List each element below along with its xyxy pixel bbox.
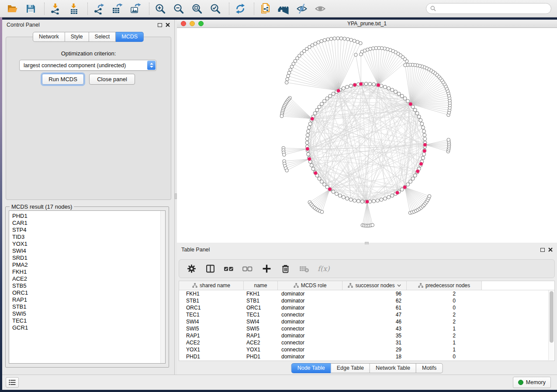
cell-shared-name[interactable]: ACE2	[179, 340, 244, 346]
list-item[interactable]: SWI5	[9, 310, 165, 317]
list-item[interactable]: STB1	[9, 303, 165, 310]
export-network-icon[interactable]	[92, 2, 105, 15]
cell-successor-nodes[interactable]: 35	[343, 333, 407, 339]
cell-mcds-role[interactable]: dominator	[278, 305, 343, 311]
cell-shared-name[interactable]: TEC1	[179, 312, 244, 318]
cell-shared-name[interactable]: STB1	[179, 298, 244, 304]
cell-shared-name[interactable]: PHD1	[179, 354, 244, 360]
search-network-icon[interactable]	[277, 2, 290, 15]
cell-name[interactable]: SWI4	[244, 319, 278, 325]
table-row[interactable]: ACE2 ACE2 connector 31 1	[179, 339, 554, 346]
window-minimize-icon[interactable]	[190, 21, 195, 26]
deselect-all-icon[interactable]	[242, 264, 253, 274]
cell-mcds-role[interactable]: dominator	[278, 319, 343, 325]
table-row[interactable]: PHD1 PHD1 dominator 18 0	[179, 353, 554, 360]
cell-successor-nodes[interactable]: 47	[343, 312, 407, 318]
mcds-result-list[interactable]: PHD1CAR1STP4TID3YOX1SWI4SRD1PMA2FKH1ACE2…	[9, 210, 166, 364]
cell-predecessor-nodes[interactable]: 2	[407, 319, 482, 325]
list-item[interactable]: PHD1	[9, 213, 165, 220]
list-scrollbar[interactable]	[160, 211, 165, 363]
cell-successor-nodes[interactable]: 29	[343, 347, 407, 353]
list-item[interactable]: SRD1	[9, 254, 165, 261]
list-item[interactable]: RAP1	[9, 296, 165, 303]
column-header-mcds-role[interactable]: MCDS role	[278, 281, 343, 290]
list-item[interactable]: ORC1	[9, 289, 165, 296]
column-header-predecessor-nodes[interactable]: predecessor nodes	[407, 281, 482, 290]
cell-predecessor-nodes[interactable]: 0	[407, 305, 482, 311]
cell-mcds-role[interactable]: dominator	[278, 354, 343, 360]
cell-name[interactable]: ACE2	[244, 340, 278, 346]
import-network-icon[interactable]	[49, 2, 62, 15]
table-row[interactable]: SWI5 SWI5 connector 43 1	[179, 325, 554, 332]
cell-predecessor-nodes[interactable]: 2	[407, 312, 482, 318]
refresh-layout-icon[interactable]	[234, 2, 247, 15]
list-item[interactable]: FKH1	[9, 268, 165, 275]
window-close-icon[interactable]	[181, 21, 186, 26]
float-panel-icon[interactable]	[540, 248, 545, 252]
cell-mcds-role[interactable]: dominator	[278, 298, 343, 304]
network-view-titlebar[interactable]: YPA_prune.txt_1	[177, 20, 557, 28]
cell-shared-name[interactable]: YOX1	[179, 347, 244, 353]
export-image-icon[interactable]	[129, 2, 142, 15]
cell-predecessor-nodes[interactable]: 1	[407, 347, 482, 353]
list-item[interactable]: PMA2	[9, 261, 165, 268]
table-row[interactable]: TEC1 TEC1 connector 47 2	[179, 311, 554, 318]
memory-button[interactable]: Memory	[513, 377, 551, 388]
network-from-document-icon[interactable]	[259, 2, 272, 15]
tab-network[interactable]: Network	[33, 32, 65, 42]
table-row[interactable]: RAP1 RAP1 dominator 35 2	[179, 332, 554, 339]
cell-shared-name[interactable]: RAP1	[179, 333, 244, 339]
column-header-successor-nodes[interactable]: successor nodes	[343, 281, 407, 290]
search-input[interactable]	[438, 6, 547, 12]
cell-name[interactable]: STB1	[244, 298, 278, 304]
cell-successor-nodes[interactable]: 96	[343, 291, 407, 297]
tab-style[interactable]: Style	[65, 32, 89, 42]
optimization-criterion-select[interactable]: largest connected component (undirected)	[19, 60, 156, 71]
split-columns-icon[interactable]	[205, 264, 215, 274]
column-header-name[interactable]: name	[244, 281, 278, 290]
list-item[interactable]: SWI4	[9, 248, 165, 254]
export-table-icon[interactable]	[111, 2, 124, 15]
cell-successor-nodes[interactable]: 61	[343, 305, 407, 311]
run-mcds-button[interactable]: Run MCDS	[42, 74, 84, 85]
task-history-button[interactable]	[6, 377, 19, 388]
list-item[interactable]: GCR1	[9, 324, 165, 331]
import-table-icon[interactable]	[67, 2, 80, 15]
zoom-selected-icon[interactable]	[209, 2, 222, 15]
cell-successor-nodes[interactable]: 31	[343, 340, 407, 346]
save-session-icon[interactable]	[24, 2, 37, 15]
table-row[interactable]: SWI4 SWI4 dominator 46 2	[179, 318, 554, 325]
hide-graphics-details-icon[interactable]	[295, 2, 308, 15]
cell-mcds-role[interactable]: connector	[278, 326, 343, 332]
cell-mcds-role[interactable]: connector	[278, 312, 343, 318]
cell-shared-name[interactable]: SWI4	[179, 319, 244, 325]
tab-node-table[interactable]: Node Table	[291, 363, 331, 373]
table-settings-icon[interactable]	[186, 264, 197, 274]
tab-mcds[interactable]: MCDS	[116, 32, 144, 42]
zoom-fit-icon[interactable]	[190, 2, 204, 15]
tab-motifs[interactable]: Motifs	[416, 363, 443, 373]
zoom-in-icon[interactable]	[154, 2, 167, 15]
cell-name[interactable]: PHD1	[244, 354, 278, 360]
table-row[interactable]: STB1 STB1 dominator 62 0	[179, 297, 554, 304]
table-row[interactable]: ORC1 ORC1 dominator 61 0	[179, 304, 554, 311]
cell-name[interactable]: RAP1	[244, 333, 278, 339]
table-scrollbar[interactable]	[548, 290, 554, 360]
cell-name[interactable]: YOX1	[244, 347, 278, 353]
tab-edge-table[interactable]: Edge Table	[331, 363, 370, 373]
cell-mcds-role[interactable]: connector	[278, 340, 343, 346]
cell-successor-nodes[interactable]: 18	[343, 354, 407, 360]
table-row[interactable]: YOX1 YOX1 connector 29 1	[179, 346, 554, 353]
cell-successor-nodes[interactable]: 62	[343, 298, 407, 304]
list-item[interactable]: CAR1	[9, 220, 165, 227]
tab-select[interactable]: Select	[89, 32, 116, 42]
close-panel-icon[interactable]	[548, 248, 553, 252]
float-panel-icon[interactable]	[158, 23, 162, 27]
list-item[interactable]: ACE2	[9, 275, 165, 282]
list-item[interactable]: STP4	[9, 227, 165, 234]
list-item[interactable]: YOX1	[9, 241, 165, 248]
delete-column-icon[interactable]	[280, 264, 291, 274]
cell-predecessor-nodes[interactable]: 2	[407, 291, 482, 297]
cell-predecessor-nodes[interactable]: 1	[407, 326, 482, 332]
cell-predecessor-nodes[interactable]: 0	[407, 354, 482, 360]
